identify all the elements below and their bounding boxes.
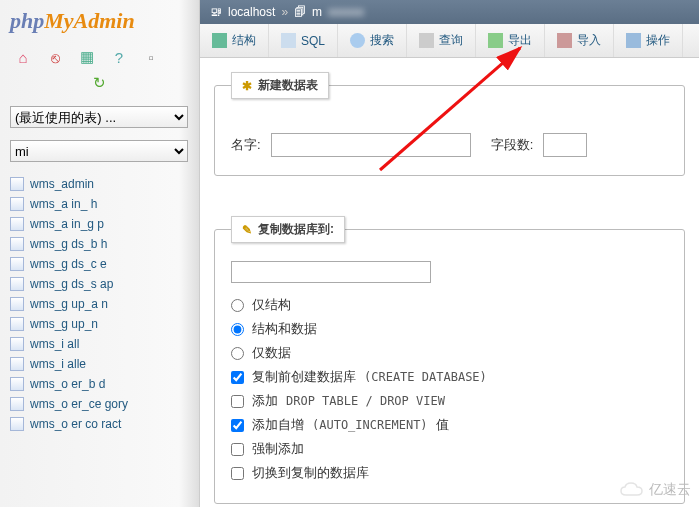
- table-item[interactable]: wms_i all: [10, 334, 199, 354]
- new-table-icon: ✱: [242, 79, 252, 93]
- table-name-input[interactable]: [271, 133, 471, 157]
- table-name: wms_g ds_c e: [30, 257, 107, 271]
- table-item[interactable]: wms_o er_ce gory: [10, 394, 199, 414]
- table-icon: [10, 417, 24, 431]
- opt-auto-inc[interactable]: 添加自增 (AUTO_INCREMENT) 值: [231, 413, 668, 437]
- opt-structure-data[interactable]: 结构和数据: [231, 317, 668, 341]
- table-icon: [10, 217, 24, 231]
- opt-drop-table[interactable]: 添加 DROP TABLE / DROP VIEW: [231, 389, 668, 413]
- radio-structure-only[interactable]: [231, 299, 244, 312]
- opt-switch-to[interactable]: 切换到复制的数据库: [231, 461, 668, 485]
- table-item[interactable]: wms_g up_a n: [10, 294, 199, 314]
- check-switch-to[interactable]: [231, 467, 244, 480]
- database-select[interactable]: mi: [10, 140, 188, 162]
- export-icon: [488, 33, 503, 48]
- copy-db-name-input[interactable]: [231, 261, 431, 283]
- refresh-icon[interactable]: ↻: [93, 74, 106, 91]
- tab-import-label: 导入: [577, 32, 601, 49]
- table-item[interactable]: wms_admin: [10, 174, 199, 194]
- tab-operations[interactable]: 操作: [614, 24, 683, 57]
- copy-db-legend-text: 复制数据库到:: [258, 221, 334, 238]
- tab-import[interactable]: 导入: [545, 24, 614, 57]
- copy-db-legend: ✎ 复制数据库到:: [231, 216, 345, 243]
- watermark-text: 亿速云: [649, 481, 691, 499]
- refresh-row: ↻: [0, 72, 199, 100]
- tab-sql-label: SQL: [301, 34, 325, 48]
- create-table-legend-text: 新建数据表: [258, 77, 318, 94]
- tab-search[interactable]: 搜索: [338, 24, 407, 57]
- recent-tables-row: (最近使用的表) ...: [0, 100, 199, 134]
- opt-structure-only[interactable]: 仅结构: [231, 293, 668, 317]
- query-icon: [419, 33, 434, 48]
- table-name: wms_g ds_s ap: [30, 277, 113, 291]
- table-item[interactable]: wms_o er co ract: [10, 414, 199, 434]
- tab-structure-label: 结构: [232, 32, 256, 49]
- table-icon: [10, 277, 24, 291]
- radio-structure-data[interactable]: [231, 323, 244, 336]
- opt-auto-inc-suffix: 值: [436, 416, 449, 434]
- tab-structure[interactable]: 结构: [200, 24, 269, 57]
- create-table-form: 名字: 字段数:: [231, 133, 668, 157]
- table-item[interactable]: wms_o er_b d: [10, 374, 199, 394]
- tab-export-label: 导出: [508, 32, 532, 49]
- check-create-db[interactable]: [231, 371, 244, 384]
- table-name: wms_g ds_b h: [30, 237, 107, 251]
- opt-create-db-label: 复制前创建数据库: [252, 368, 356, 386]
- opt-switch-to-label: 切换到复制的数据库: [252, 464, 369, 482]
- table-item[interactable]: wms_a in_g p: [10, 214, 199, 234]
- main-panel: 🖳 localhost » 🗐 m xxxxxx 结构 SQL 搜索 查询 导出…: [200, 0, 699, 507]
- opt-force-label: 强制添加: [252, 440, 304, 458]
- server-icon: 🖳: [210, 5, 222, 19]
- tab-query[interactable]: 查询: [407, 24, 476, 57]
- edit-icon: ✎: [242, 223, 252, 237]
- name-label: 名字:: [231, 136, 261, 154]
- create-table-legend: ✱ 新建数据表: [231, 72, 329, 99]
- toolbar-icons: ⌂ ⎋ ▦ ? ▫: [0, 42, 199, 72]
- table-item[interactable]: wms_i alle: [10, 354, 199, 374]
- tab-sql[interactable]: SQL: [269, 24, 338, 57]
- check-force[interactable]: [231, 443, 244, 456]
- table-tree: wms_adminwms_a in_ hwms_a in_g pwms_g ds…: [0, 168, 199, 434]
- table-item[interactable]: wms_g ds_s ap: [10, 274, 199, 294]
- opt-data-only[interactable]: 仅数据: [231, 341, 668, 365]
- opt-create-db[interactable]: 复制前创建数据库 (CREATE DATABASE): [231, 365, 668, 389]
- table-name: wms_g up_n: [30, 317, 98, 331]
- sidebar: phpMyAdmin ⌂ ⎋ ▦ ? ▫ ↻ (最近使用的表) ... mi w…: [0, 0, 200, 507]
- breadcrumb: 🖳 localhost » 🗐 m xxxxxx: [200, 0, 699, 24]
- table-icon: [10, 337, 24, 351]
- panel-area: ✱ 新建数据表 名字: 字段数: ✎ 复制数据库到: 仅结构 结构和数据 仅数据…: [200, 58, 699, 507]
- opt-auto-inc-code: (AUTO_INCREMENT): [312, 418, 428, 432]
- table-icon: [10, 357, 24, 371]
- table-item[interactable]: wms_a in_ h: [10, 194, 199, 214]
- table-icon: [10, 397, 24, 411]
- check-auto-inc[interactable]: [231, 419, 244, 432]
- opt-structure-only-label: 仅结构: [252, 296, 291, 314]
- opt-force[interactable]: 强制添加: [231, 437, 668, 461]
- table-name: wms_i alle: [30, 357, 86, 371]
- breadcrumb-db[interactable]: m: [312, 5, 322, 19]
- table-item[interactable]: wms_g ds_b h: [10, 234, 199, 254]
- breadcrumb-host[interactable]: localhost: [228, 5, 275, 19]
- database-row: mi: [0, 134, 199, 168]
- logo-part2: MyAdmin: [44, 8, 134, 33]
- check-drop-table[interactable]: [231, 395, 244, 408]
- tab-export[interactable]: 导出: [476, 24, 545, 57]
- recent-tables-select[interactable]: (最近使用的表) ...: [10, 106, 188, 128]
- database-icon: 🗐: [294, 5, 306, 19]
- watermark: 亿速云: [619, 481, 691, 499]
- opt-auto-inc-label: 添加自增: [252, 416, 304, 434]
- home-icon[interactable]: ⌂: [14, 48, 32, 66]
- docs-icon[interactable]: ▫: [142, 48, 160, 66]
- sql-query-icon[interactable]: ▦: [78, 48, 96, 66]
- cloud-icon: [619, 481, 645, 499]
- table-item[interactable]: wms_g ds_c e: [10, 254, 199, 274]
- copy-db-fieldset: ✎ 复制数据库到: 仅结构 结构和数据 仅数据 复制前创建数据库 (CREATE…: [214, 216, 685, 504]
- table-item[interactable]: wms_g up_n: [10, 314, 199, 334]
- table-name: wms_i all: [30, 337, 79, 351]
- field-count-input[interactable]: [543, 133, 587, 157]
- breadcrumb-db-blur: xxxxxx: [328, 5, 364, 19]
- radio-data-only[interactable]: [231, 347, 244, 360]
- help-icon[interactable]: ?: [110, 48, 128, 66]
- logout-icon[interactable]: ⎋: [46, 48, 64, 66]
- opt-data-only-label: 仅数据: [252, 344, 291, 362]
